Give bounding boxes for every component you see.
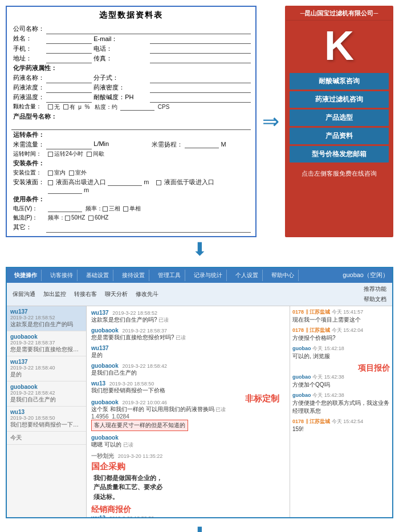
concentration-label: 药液浓度： <box>11 83 46 92</box>
toolbar-btn-2[interactable]: 转接右客 <box>71 289 100 299</box>
nav-basic[interactable]: 基础设置 <box>82 270 113 281</box>
msg-time-0: 2019-3-22 18:58:52 <box>112 310 157 316</box>
phone-label: 手机： <box>11 44 46 54</box>
address-value <box>46 54 92 63</box>
nav-personal[interactable]: 个人设置 <box>231 270 263 281</box>
liquid-name-label: 药液名称： <box>11 73 46 83</box>
arrow-down-top: ⬇ <box>0 237 399 263</box>
email-value <box>150 34 251 44</box>
msg-sender-system: 一秒划光 <box>91 453 114 459</box>
brand-menu-item-0[interactable]: 耐酸碱泵咨询 <box>290 73 389 90</box>
right-msg-2: guobao 今天 15:42:18 可以的, 浏览服 <box>292 345 390 360</box>
brand-menu-item-2[interactable]: 产品选型 <box>290 109 389 126</box>
right-sender-3: guobao <box>292 374 311 380</box>
conv-item-1[interactable]: guobaook 2019-3-22 18:58:37 您是需要我们直接给您报价… <box>7 331 86 356</box>
right-sender-4: guobao <box>292 392 311 398</box>
conv-item-3[interactable]: guobaook 2019-3-22 18:58:42 是我们自己生产的 <box>7 381 86 407</box>
right-sender-0: 0178 ‖ 江苏盐城 <box>292 309 330 315</box>
conv-time-1: 2019-3-22 18:58:37 <box>10 340 83 346</box>
right-msg-0: 0178 ‖ 江苏盐城 今天 15:41:57 现在我一个项目上需要这个 <box>292 308 390 324</box>
msg-time-5: 2019-3-22 10:00:46 <box>123 400 168 405</box>
chat-messages: wu137 2019-3-22 18:58:52 这款泵是您们自生产的吗? 已读… <box>87 306 290 517</box>
conv-item-2[interactable]: wu137 2019-3-22 18:58:40 是的 <box>7 356 86 381</box>
usage-section: 使用条件： <box>11 194 251 204</box>
particle-value: 无 有 μ % 粘度：约 CPS <box>46 102 251 112</box>
install-env-label: 安装位置： <box>11 168 46 177</box>
top-section: 选型数据资料表 公司名称： 姓名： E-mail： 手机： 电话： 地址： <box>0 0 399 237</box>
nav-tools[interactable]: 管理工具 <box>154 270 185 281</box>
right-msg-1: 0178 ‖ 江苏盐城 今天 15:42:04 方便报个价格吗? <box>292 327 390 342</box>
right-msg-3: guobao 今天 15:42:38 方便加个QQ吗 <box>292 373 390 389</box>
msg-sender-guobaook4: guobaook <box>91 434 119 441</box>
msg-sender-guobaook2: guobaook <box>91 363 119 369</box>
address-label: 地址： <box>11 54 46 63</box>
flow-unit: L/Min <box>92 140 150 149</box>
msg-text-7: 我们都是做国有企业的，产品质量和工艺、要求必须达标。 <box>93 473 285 502</box>
brand-menu-item-3[interactable]: 产品资料 <box>290 128 389 144</box>
top-arrow: ⇒ <box>262 111 279 132</box>
right-arrow-icon: ⇒ <box>262 111 279 132</box>
toolbar-right: 推荐功能 帮助文档 <box>360 284 390 304</box>
msg-time-7: 2019-3-20 11:35:22 <box>118 453 163 459</box>
flow-section: 运转条件： <box>11 129 251 140</box>
nav-records[interactable]: 记录与统计 <box>190 270 227 281</box>
conv-item-4[interactable]: wu13 2019-3-20 18:58:50 我们想要经销商报价一下价格 <box>7 407 86 432</box>
chat-body: wu137 2019-3-22 18:58:52 这款泵是您们自生产的吗 guo… <box>7 306 392 517</box>
voltage-label: 电压(V)： <box>11 204 46 213</box>
liquid-density-value <box>150 83 251 92</box>
right-time-1: 今天 15:42:04 <box>332 327 364 333</box>
molecule-value <box>150 73 251 83</box>
msg-block-1: guobaook 2019-3-22 18:58:37 您是需要我们直接给您报价… <box>91 327 285 342</box>
molecule-label: 分子式： <box>92 73 150 83</box>
conv-time-3: 2019-3-22 18:58:42 <box>10 390 83 396</box>
flow-label: 米需流量： <box>11 140 46 149</box>
msg-text-2: 是的 <box>91 351 285 359</box>
right-msg-4: guobao 今天 15:42:38 方便便捷个您的联系方式吗，我这业务经理联系… <box>292 392 390 415</box>
run-time-value: 运转24小时 间歇 <box>46 149 251 159</box>
toolbar-help-doc[interactable]: 帮助文档 <box>360 294 390 304</box>
msg-text-5: 这个泵 和我们一样的 可以用用我们的药液替换吗 已读 <box>91 405 285 413</box>
msg-text-1: 您是需要我们直接给您报价对吗? 已读 <box>91 334 285 342</box>
msg-block-4: wu13 2019-3-20 18:58:50 我们想要经销商报价一下价格 <box>91 380 285 395</box>
annotation-guoqi: 国企采购 <box>91 461 285 472</box>
right-text-3: 方便加个QQ吗 <box>292 381 390 389</box>
voltage-value: 频率：三相 单相 <box>46 204 251 213</box>
conv-item-0[interactable]: wu137 2019-3-22 18:58:52 这款泵是您们自生产的吗 <box>7 306 86 331</box>
right-sender-2: guobao <box>292 346 311 351</box>
brand-footer: 点击左侧客服免费在线咨询 <box>286 167 392 181</box>
down-arrow-mid-icon: ⬇ <box>192 523 207 533</box>
msg-block-3: guobaook 2019-3-22 18:58:42 是我们自己生产的 <box>91 363 285 377</box>
brand-k-letter: K <box>324 25 354 66</box>
toolbar-btn-3[interactable]: 聊天分析 <box>101 289 131 299</box>
msg-block-0: wu137 2019-3-22 18:58:52 这款泵是您们自生产的吗? 已读 <box>91 310 285 324</box>
company-label: 公司名称： <box>11 24 46 34</box>
brand-menu-item-1[interactable]: 药液过滤机咨询 <box>290 91 389 108</box>
msg-time-3: 2019-3-22 18:58:42 <box>123 363 168 369</box>
tel-value <box>150 44 251 54</box>
toolbar-btn-4[interactable]: 修改先斗 <box>132 289 162 299</box>
nav-visitor[interactable]: 访客接待 <box>46 270 78 281</box>
chat-main: wu137 2019-3-22 18:58:52 这款泵是您们自生产的吗? 已读… <box>87 306 290 517</box>
conv-item-today[interactable]: 今天 <box>7 432 86 445</box>
conv-name-2: wu137 <box>10 359 83 365</box>
nav-reception[interactable]: 接待设置 <box>118 270 149 281</box>
tel-label: 电话： <box>92 44 150 54</box>
annotation-area: guobaook 2019-3-22 10:00:46 这个泵 和我们一样的 可… <box>91 399 285 517</box>
nav-quick-op[interactable]: 快捷操作 <box>10 270 42 281</box>
chat-right: 0178 ‖ 江苏盐城 今天 15:41:57 现在我一个项目上需要这个 017… <box>290 306 392 517</box>
dist-cell: 米需扬程： M <box>150 140 251 149</box>
conv-list: wu137 2019-3-22 18:58:52 这款泵是您们自生产的吗 guo… <box>7 306 87 517</box>
toolbar-recommend[interactable]: 推荐功能 <box>360 284 390 294</box>
email-label: E-mail： <box>92 34 150 44</box>
right-time-3: 今天 15:42:38 <box>312 374 344 380</box>
chat-section: 快捷操作 访客接待 基础设置 接待设置 管理工具 记录与统计 个人设置 帮助中心… <box>6 267 393 518</box>
toolbar-btn-1[interactable]: 加出监控 <box>40 289 70 299</box>
nav-help[interactable]: 帮助中心 <box>267 270 299 281</box>
toolbar-btn-0[interactable]: 保留沟通 <box>9 289 39 299</box>
right-text-5: 159! <box>292 425 390 433</box>
install-env-value: 室内 室外 <box>46 168 251 177</box>
other-label: 其它： <box>11 222 46 232</box>
right-text-1: 方便报个价格吗? <box>292 334 390 342</box>
other-value <box>46 222 251 232</box>
brand-menu-item-4[interactable]: 型号价格发您邮箱 <box>290 146 389 163</box>
